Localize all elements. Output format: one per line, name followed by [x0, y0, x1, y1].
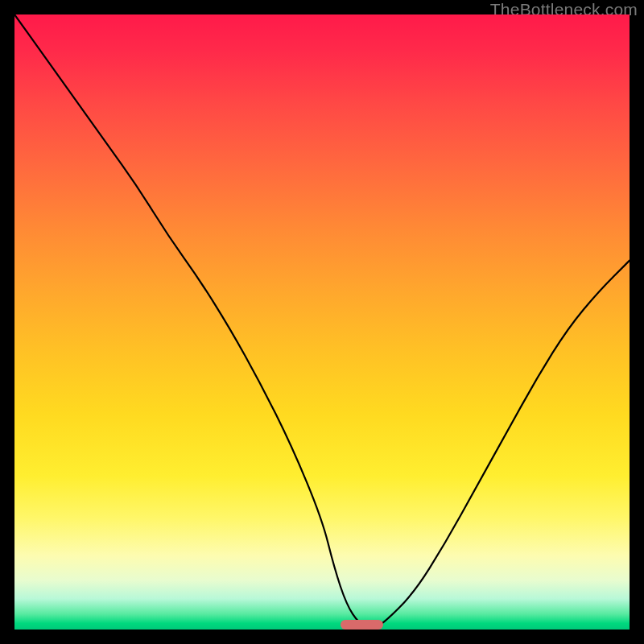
chart-container: TheBottleneck.com	[0, 0, 644, 644]
bottleneck-curve	[14, 14, 630, 630]
optimal-marker	[341, 620, 383, 630]
curve-path	[14, 14, 630, 628]
plot-area	[14, 14, 630, 630]
